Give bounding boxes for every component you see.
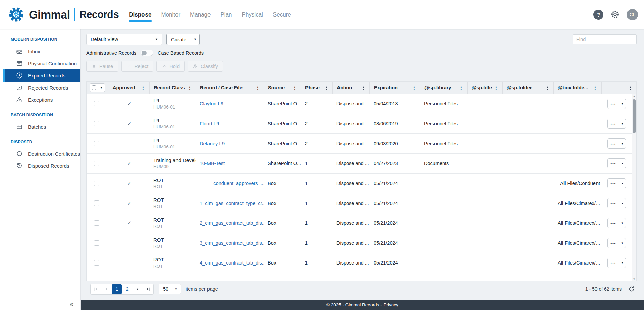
page-2-button[interactable]: 2 <box>122 284 132 294</box>
column-header-record-class[interactable]: Record Class⋮ <box>149 82 196 94</box>
brand[interactable]: Gimmal Records <box>7 6 119 23</box>
row-menu-caret-icon[interactable]: ▼ <box>619 179 626 188</box>
more-options-icon[interactable]: ●●● <box>608 139 619 148</box>
toolbar-pause-button[interactable]: Pause <box>86 61 118 72</box>
records-type-toggle[interactable] <box>141 50 153 56</box>
more-options-icon[interactable]: ●●● <box>608 218 619 228</box>
sidebar-item-expired-records[interactable]: Expired Records <box>3 69 80 82</box>
more-options-icon[interactable]: ●●● <box>608 179 619 188</box>
sidebar-item-disposed-records[interactable]: Disposed Records <box>0 160 80 172</box>
nav-tab-dispose[interactable]: Dispose <box>129 10 152 21</box>
select-all-control[interactable]: ▼ <box>90 83 105 92</box>
refresh-button[interactable] <box>628 285 635 293</box>
scrollbar-thumb[interactable] <box>633 99 636 133</box>
nav-tab-monitor[interactable]: Monitor <box>161 10 181 21</box>
column-menu-icon[interactable]: ⋮ <box>255 85 261 91</box>
find-input[interactable] <box>573 34 637 44</box>
column-menu-icon[interactable]: ⋮ <box>140 85 147 91</box>
sidebar-collapse-button[interactable]: « <box>70 300 74 309</box>
record-link[interactable]: 4_cim_gas_contract_tab_dis... <box>200 260 264 266</box>
chevron-down-icon[interactable]: ▼ <box>151 38 162 41</box>
record-link[interactable]: 3_cim_gas_contract_tab_dis... <box>200 240 264 246</box>
column-menu-icon[interactable]: ⋮ <box>360 85 367 91</box>
nav-tab-plan[interactable]: Plan <box>220 10 232 21</box>
row-menu-caret-icon[interactable]: ▼ <box>619 258 626 268</box>
toolbar-hold-button[interactable]: Hold <box>156 61 185 72</box>
toolbar-classify-button[interactable]: Classify <box>188 61 223 72</box>
row-checkbox[interactable] <box>94 161 99 166</box>
sidebar-item-physical-confirmation[interactable]: Physical Confirmation <box>0 57 80 69</box>
record-link[interactable]: Delaney I-9 <box>200 141 225 146</box>
more-options-icon[interactable]: ●●● <box>608 198 619 208</box>
row-menu-caret-icon[interactable]: ▼ <box>619 119 626 128</box>
settings-button[interactable] <box>610 9 620 20</box>
scroll-down-icon[interactable]: ▼ <box>633 277 636 282</box>
record-link[interactable]: Clayton I-9 <box>200 101 223 106</box>
page-size-select[interactable]: 50 ▼ <box>159 284 181 294</box>
row-checkbox[interactable] <box>94 181 99 186</box>
row-actions-button[interactable]: ●●●▼ <box>607 258 626 268</box>
row-actions-button[interactable]: ●●●▼ <box>607 119 626 129</box>
more-options-icon[interactable]: ●●● <box>608 99 619 108</box>
grid-menu-icon[interactable]: ⋮ <box>627 85 634 91</box>
column-header-sp-folder[interactable]: @sp.folder⋮ <box>502 82 553 94</box>
row-checkbox[interactable] <box>94 220 99 226</box>
row-menu-caret-icon[interactable]: ▼ <box>619 238 626 248</box>
row-menu-caret-icon[interactable]: ▼ <box>619 159 626 168</box>
column-menu-icon[interactable]: ⋮ <box>592 85 599 91</box>
row-actions-button[interactable]: ●●●▼ <box>607 138 626 149</box>
record-link[interactable]: 10-MB-Test <box>200 161 225 166</box>
row-checkbox[interactable] <box>94 141 99 146</box>
nav-tab-manage[interactable]: Manage <box>190 10 211 21</box>
sidebar-item-rejected-records[interactable]: Rejected Records <box>0 82 80 94</box>
row-menu-caret-icon[interactable]: ▼ <box>619 99 626 108</box>
toolbar-reject-button[interactable]: Reject <box>121 61 153 72</box>
record-link[interactable]: Flood I-9 <box>200 121 219 126</box>
row-actions-button[interactable]: ●●●▼ <box>607 158 626 168</box>
more-options-icon[interactable]: ●●● <box>608 159 619 168</box>
row-actions-button[interactable]: ●●●▼ <box>607 198 626 208</box>
record-link[interactable]: 2_cim_gas_contract_tab_dis... <box>200 220 264 226</box>
record-link[interactable]: 1_cim_gas_contract_type_cr... <box>200 200 264 206</box>
column-menu-icon[interactable]: ⋮ <box>493 85 500 91</box>
row-checkbox[interactable] <box>94 101 99 106</box>
column-header-record-case-file[interactable]: Record / Case File⋮ <box>196 82 264 94</box>
vertical-scrollbar[interactable]: ▲ ▼ <box>632 94 636 282</box>
row-actions-button[interactable]: ●●●▼ <box>607 178 626 188</box>
create-menu-caret-icon[interactable]: ▼ <box>191 34 199 45</box>
more-options-icon[interactable]: ●●● <box>608 119 619 128</box>
create-button[interactable]: Create ▼ <box>166 34 200 45</box>
sidebar-item-inbox[interactable]: Inbox <box>0 45 80 57</box>
row-actions-button[interactable]: ●●●▼ <box>607 99 626 109</box>
column-menu-icon[interactable]: ⋮ <box>458 85 464 91</box>
last-page-button[interactable] <box>143 284 153 294</box>
row-menu-caret-icon[interactable]: ▼ <box>619 139 626 148</box>
help-button[interactable]: ? <box>593 10 603 20</box>
column-menu-icon[interactable]: ⋮ <box>411 85 417 91</box>
column-menu-icon[interactable]: ⋮ <box>292 85 298 91</box>
column-header-expiration[interactable]: Expiration⋮ <box>369 82 420 94</box>
column-header-source[interactable]: Source⋮ <box>264 82 301 94</box>
nav-tab-physical[interactable]: Physical <box>242 10 263 21</box>
create-button-label[interactable]: Create <box>167 34 191 45</box>
more-options-icon[interactable]: ●●● <box>608 258 619 268</box>
scroll-up-icon[interactable]: ▲ <box>633 94 636 99</box>
next-page-button[interactable] <box>132 284 143 294</box>
column-header-box-folde[interactable]: @box.folde...⋮ <box>553 82 601 94</box>
record-link[interactable]: _____conduent_approvers_... <box>200 181 264 186</box>
column-menu-icon[interactable]: ⋮ <box>187 85 193 91</box>
column-header-action[interactable]: Action⋮ <box>332 82 369 94</box>
select-all-checkbox[interactable] <box>92 85 96 90</box>
row-menu-caret-icon[interactable]: ▼ <box>619 198 626 208</box>
chevron-down-icon[interactable]: ▼ <box>175 288 181 291</box>
nav-tab-secure[interactable]: Secure <box>272 10 291 21</box>
sidebar-item-exceptions[interactable]: Exceptions <box>0 94 80 106</box>
view-select[interactable]: Default View ▼ <box>86 34 162 45</box>
user-avatar[interactable]: CL <box>627 9 638 20</box>
row-checkbox[interactable] <box>94 240 99 246</box>
sidebar-item-batches[interactable]: Batches <box>0 121 80 133</box>
column-header-sp-library[interactable]: @sp.library⋮ <box>420 82 467 94</box>
page-1-button[interactable]: 1 <box>112 284 122 294</box>
select-menu-caret-icon[interactable]: ▼ <box>98 86 105 89</box>
row-checkbox[interactable] <box>94 200 99 206</box>
